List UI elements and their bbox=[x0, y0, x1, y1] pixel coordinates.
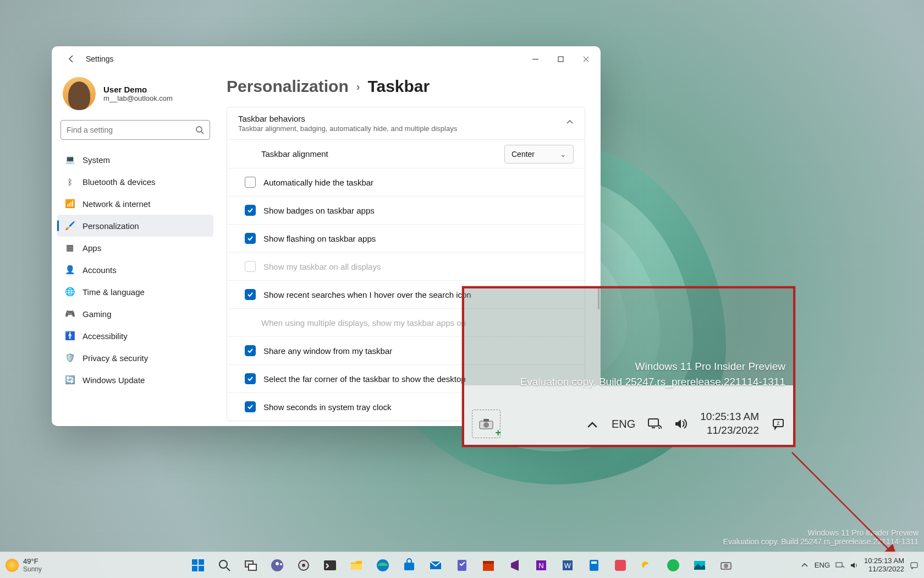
notifications-icon[interactable]: z bbox=[771, 417, 785, 431]
terminal-icon[interactable] bbox=[319, 554, 341, 576]
todo-icon[interactable] bbox=[451, 554, 473, 576]
row-flashing[interactable]: Show flashing on taskbar apps bbox=[227, 224, 585, 252]
sidebar-item-label: Gaming bbox=[82, 309, 112, 319]
minimize-button[interactable] bbox=[522, 50, 548, 68]
weather-widget[interactable]: 49°F Sunny bbox=[6, 557, 42, 573]
weather-app-icon[interactable] bbox=[636, 554, 658, 576]
alignment-select[interactable]: Center ⌄ bbox=[504, 145, 574, 163]
privacy-icon: 🛡️ bbox=[65, 353, 75, 363]
svg-rect-10 bbox=[199, 559, 204, 565]
mail-icon[interactable] bbox=[425, 554, 447, 576]
sidebar-item-apps[interactable]: ▦Apps bbox=[57, 237, 213, 259]
row-corner-label: Select the far corner of the taskbar to … bbox=[263, 374, 466, 384]
svg-point-17 bbox=[276, 562, 279, 565]
tray-network-icon[interactable] bbox=[835, 561, 844, 570]
close-button[interactable] bbox=[573, 50, 598, 68]
explorer-icon[interactable] bbox=[345, 554, 367, 576]
photos-icon[interactable] bbox=[689, 554, 711, 576]
checkbox-badges[interactable] bbox=[245, 205, 256, 216]
display-connect-icon[interactable] bbox=[647, 417, 662, 431]
sidebar-item-label: Personalization bbox=[82, 221, 139, 231]
tray-overflow-icon[interactable] bbox=[585, 418, 600, 432]
titlebar: Settings bbox=[52, 46, 601, 72]
row-badges[interactable]: Show badges on taskbar apps bbox=[227, 196, 585, 224]
sidebar-item-label: Time & language bbox=[82, 287, 145, 297]
maximize-button[interactable] bbox=[548, 50, 573, 68]
svg-rect-22 bbox=[351, 564, 362, 570]
sidebar-item-label: System bbox=[82, 155, 110, 165]
sidebar-item-accessibility[interactable]: 🚹Accessibility bbox=[57, 325, 213, 347]
callout-clock[interactable]: 10:25:13 AM 11/23/2022 bbox=[700, 410, 759, 437]
calculator-icon[interactable] bbox=[583, 554, 605, 576]
screenshot-tool-icon[interactable]: + bbox=[472, 410, 501, 438]
screenshot-tool-taskbar-icon[interactable] bbox=[715, 554, 737, 576]
alignment-value: Center bbox=[512, 150, 535, 159]
breadcrumb-current: Taskbar bbox=[367, 77, 430, 96]
section-header-taskbar-behaviors[interactable]: Taskbar behaviors Taskbar alignment, bad… bbox=[227, 107, 585, 140]
checkbox-seconds[interactable] bbox=[245, 401, 256, 412]
checkbox-recent[interactable] bbox=[245, 289, 256, 300]
checkbox-corner[interactable] bbox=[245, 373, 256, 384]
chevron-right-icon: › bbox=[356, 80, 360, 93]
gaming-icon: 🎮 bbox=[65, 309, 75, 319]
vs-icon[interactable] bbox=[504, 554, 526, 576]
row-multi-heading-label: When using multiple displays, show my ta… bbox=[261, 318, 466, 328]
tray-clock[interactable]: 10:25:13 AM 11/23/2022 bbox=[864, 557, 904, 574]
volume-icon[interactable] bbox=[674, 417, 688, 431]
start-button[interactable] bbox=[187, 554, 209, 576]
word-icon[interactable]: W bbox=[557, 554, 579, 576]
sidebar-item-bluetooth[interactable]: ᛒBluetooth & devices bbox=[57, 171, 213, 193]
sidebar-item-time[interactable]: 🌐Time & language bbox=[57, 281, 213, 303]
row-share-label: Share any window from my taskbar bbox=[263, 346, 392, 356]
settings-icon[interactable] bbox=[293, 554, 315, 576]
pinned-app-icon[interactable] bbox=[609, 554, 631, 576]
sidebar-item-network[interactable]: 📶Network & internet bbox=[57, 193, 213, 215]
sidebar-item-gaming[interactable]: 🎮Gaming bbox=[57, 303, 213, 325]
edge-icon[interactable] bbox=[372, 554, 394, 576]
svg-rect-0 bbox=[558, 57, 563, 62]
checkbox-flashing[interactable] bbox=[245, 233, 256, 244]
tray-language[interactable]: ENG bbox=[815, 561, 830, 569]
svg-text:W: W bbox=[564, 561, 571, 570]
sidebar-item-personalization[interactable]: 🖌️Personalization bbox=[57, 215, 213, 237]
tray-time: 10:25:13 AM bbox=[864, 557, 904, 565]
search-box[interactable] bbox=[61, 120, 210, 140]
system-icon: 💻 bbox=[65, 155, 75, 165]
checkbox-autohide[interactable] bbox=[245, 177, 256, 188]
desktop-watermark: Windows 11 Pro Insider Preview Evaluatio… bbox=[723, 528, 919, 546]
store-icon[interactable] bbox=[398, 554, 420, 576]
onenote-icon[interactable]: N bbox=[530, 554, 552, 576]
callout-language[interactable]: ENG bbox=[612, 418, 635, 430]
tray-notifications-icon[interactable] bbox=[910, 561, 919, 570]
teams-icon[interactable] bbox=[266, 554, 288, 576]
callout-watermark-line2: Evaluation copy. Build 25247.rs_prerelea… bbox=[520, 374, 785, 390]
watermark-line2: Evaluation copy. Build 25247.rs_prerelea… bbox=[723, 537, 919, 546]
breadcrumb-parent[interactable]: Personalization bbox=[227, 77, 349, 96]
section-title: Taskbar behaviors bbox=[238, 114, 457, 123]
row-recent-label: Show recent searches when I hover over t… bbox=[263, 290, 471, 299]
app-title: Settings bbox=[86, 54, 114, 63]
sidebar-item-privacy[interactable]: 🛡️Privacy & security bbox=[57, 347, 213, 369]
sidebar-item-system[interactable]: 💻System bbox=[57, 149, 213, 171]
svg-rect-5 bbox=[648, 419, 658, 426]
profile-block[interactable]: User Demo m__lab@outlook.com bbox=[57, 72, 213, 120]
task-view-button[interactable] bbox=[240, 554, 262, 576]
sidebar-item-update[interactable]: 🔄Windows Update bbox=[57, 369, 213, 391]
svg-point-4 bbox=[483, 422, 489, 428]
spotify-icon[interactable] bbox=[662, 554, 684, 576]
checkbox-all-displays bbox=[245, 261, 256, 272]
back-button[interactable] bbox=[63, 50, 80, 68]
row-alignment-label: Taskbar alignment bbox=[261, 149, 328, 159]
row-badges-label: Show badges on taskbar apps bbox=[263, 206, 375, 215]
search-button[interactable] bbox=[213, 554, 235, 576]
tray-volume-icon[interactable] bbox=[850, 561, 859, 570]
svg-rect-11 bbox=[192, 566, 197, 571]
row-alignment: Taskbar alignment Center ⌄ bbox=[227, 140, 585, 168]
svg-point-13 bbox=[219, 560, 227, 568]
calendar-icon[interactable] bbox=[477, 554, 499, 576]
checkbox-share[interactable] bbox=[245, 345, 256, 356]
tray-overflow-icon[interactable] bbox=[800, 561, 809, 570]
search-input[interactable] bbox=[67, 126, 195, 134]
sidebar-item-accounts[interactable]: 👤Accounts bbox=[57, 259, 213, 281]
row-autohide[interactable]: Automatically hide the taskbar bbox=[227, 168, 585, 196]
